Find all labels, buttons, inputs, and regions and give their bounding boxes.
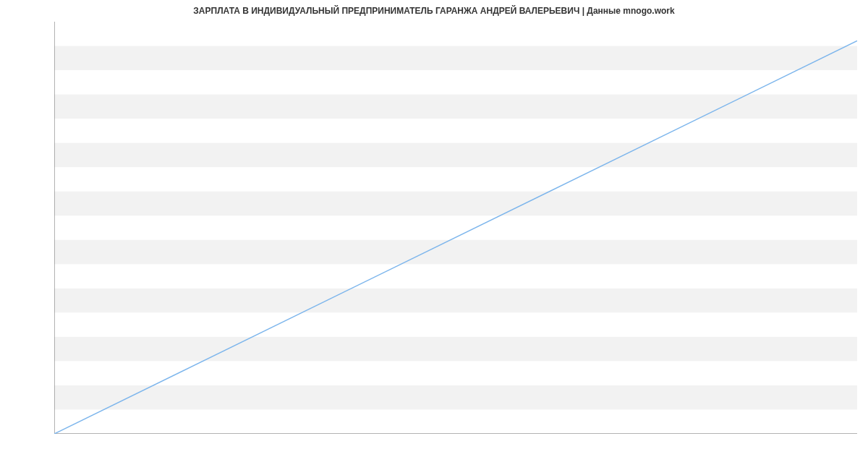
svg-rect-0 [54,385,857,410]
svg-rect-1 [54,337,857,362]
svg-rect-4 [54,192,857,216]
chart-plot: 1600016200164001660016800170001720017400… [54,22,857,434]
chart-container: ЗАРПЛАТА В ИНДИВИДУАЛЬНЫЙ ПРЕДПРИНИМАТЕЛ… [0,0,868,470]
svg-rect-6 [54,95,857,119]
svg-rect-3 [54,240,857,265]
svg-rect-5 [54,143,857,168]
svg-rect-2 [54,289,857,313]
svg-rect-7 [54,46,857,71]
chart-title: ЗАРПЛАТА В ИНДИВИДУАЛЬНЫЙ ПРЕДПРИНИМАТЕЛ… [0,6,868,16]
